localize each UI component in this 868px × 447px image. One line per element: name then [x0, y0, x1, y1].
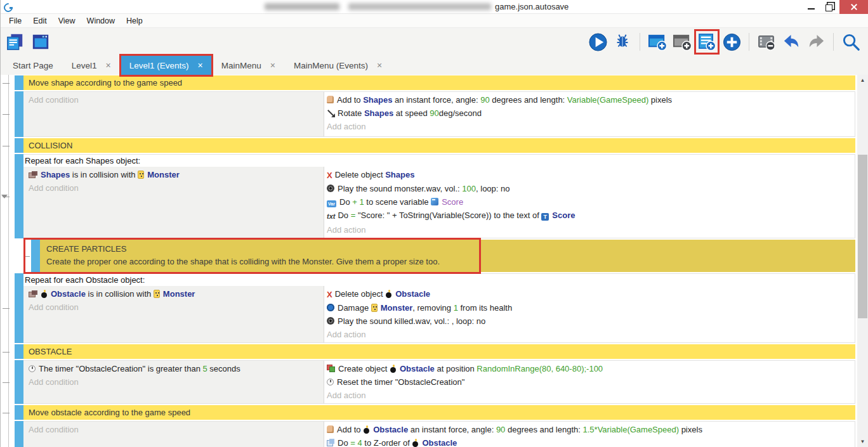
variable-icon [327, 200, 336, 207]
action-line[interactable]: Do = "Score: " + ToString(Variable(Score… [327, 209, 851, 223]
add-placeholder[interactable]: Add condition [29, 302, 79, 312]
monster-icon [371, 304, 378, 312]
undo-icon[interactable] [780, 31, 802, 53]
close-button[interactable] [839, 0, 868, 14]
text: Delete object [335, 170, 386, 179]
window-controls [801, 0, 868, 14]
text: Delete object [335, 289, 386, 299]
actions-column: Delete object ShapesPlay the sound monst… [324, 167, 855, 238]
action-line[interactable]: Add to Shapes an instant force, angle: 9… [327, 93, 851, 107]
value-text: 100 [462, 184, 476, 193]
debug-icon[interactable] [612, 31, 633, 53]
event-bar [15, 154, 23, 238]
tab-close-icon[interactable]: × [377, 60, 382, 70]
action-line[interactable]: Reset the timer "ObstacleCreation" [327, 375, 851, 389]
add-external-events-icon[interactable] [721, 31, 742, 53]
object-name: Obstacle [373, 425, 408, 434]
condition-line[interactable]: Add condition [29, 93, 320, 107]
menu-file[interactable]: File [3, 15, 27, 27]
condition-line[interactable]: The timer "ObstacleCreation" is greater … [29, 362, 320, 375]
condition-line[interactable]: Add condition [29, 181, 320, 195]
action-line[interactable]: Damage Monster, removing 1 from its heal… [327, 301, 851, 314]
tab-start-page[interactable]: Start Page [4, 56, 62, 75]
menu-help[interactable]: Help [121, 15, 148, 27]
start-page-icon[interactable] [30, 31, 51, 53]
redo-icon[interactable] [805, 31, 827, 53]
group-label[interactable]: Move obstacle according to the game spee… [23, 405, 855, 420]
gdevelop-logo-icon [3, 3, 13, 13]
condition-line[interactable]: Obstacle is in collision with Monster [29, 287, 320, 301]
actions-column: Add to Shapes an instant force, angle: 9… [324, 92, 855, 136]
project-manager-icon[interactable] [4, 31, 26, 53]
add-placeholder[interactable]: Add action [327, 330, 365, 339]
for-each-header[interactable]: Repeat for each Shapes object: [23, 155, 855, 167]
condition-line[interactable]: Add condition [29, 375, 320, 389]
action-line[interactable]: Delete object Shapes [327, 168, 851, 182]
action-line[interactable]: Add action [327, 120, 851, 133]
restore-button[interactable] [820, 0, 839, 14]
text: Play the sound monster.wav, vol.: [338, 184, 462, 193]
preview-film-icon[interactable] [756, 31, 777, 53]
add-placeholder[interactable]: Add condition [29, 377, 79, 387]
for-each-header[interactable]: Repeat for each Obstacle object: [23, 274, 855, 286]
text: to scene variable [364, 197, 431, 207]
scrollbar-thumb[interactable] [858, 155, 867, 318]
tab-mainmenu-events-[interactable]: MainMenu (Events)× [286, 56, 390, 75]
value-text: 1.5*Variable(GameSpeed) [583, 425, 680, 434]
action-line[interactable]: Delete object Obstacle [327, 287, 851, 301]
obstacle-icon [41, 290, 48, 298]
value-text: 90 [496, 425, 505, 434]
action-line[interactable]: Add action [327, 389, 851, 402]
tab-close-icon[interactable]: × [198, 60, 203, 70]
menu-view[interactable]: View [53, 15, 81, 27]
add-placeholder[interactable]: Add condition [29, 425, 79, 434]
text: seconds [207, 364, 240, 373]
action-line[interactable]: Add to Obstacle an instant force, angle:… [327, 423, 851, 436]
action-line[interactable]: Play the sound killed.wav, vol.: , loop:… [327, 314, 851, 328]
action-line[interactable]: Add action [327, 223, 851, 236]
action-line[interactable]: Rotate Shapes at speed 90deg/second [327, 107, 851, 120]
toolbar-separator [749, 33, 749, 51]
add-placeholder[interactable]: Add condition [29, 183, 79, 193]
scroll-up-arrow[interactable]: ▲ [857, 75, 868, 86]
add-scene-icon[interactable] [647, 31, 668, 53]
condition-line[interactable]: Add condition [29, 423, 320, 436]
condition-line[interactable]: Shapes is in collision with Monster [29, 168, 320, 181]
menu-edit[interactable]: Edit [27, 15, 53, 27]
add-placeholder[interactable]: Add action [327, 225, 365, 235]
event-bar [15, 405, 23, 420]
add-external-layout-icon[interactable] [671, 31, 693, 53]
condition-line[interactable]: Add condition [29, 301, 320, 314]
add-placeholder[interactable]: Add condition [29, 95, 79, 105]
add-events-icon[interactable] [696, 31, 718, 53]
add-placeholder[interactable]: Add action [327, 391, 365, 400]
event-body: Add conditionAdd to Shapes an instant fo… [23, 91, 855, 137]
obstacle-icon [412, 439, 419, 447]
menu-window[interactable]: Window [81, 15, 121, 27]
tab-close-icon[interactable]: × [270, 60, 275, 70]
action-line[interactable]: Do = 4 to Z-order of Obstacle [327, 436, 851, 447]
comment-event[interactable]: CREATE PARTICLESCreate the proper one ac… [31, 240, 855, 272]
action-line[interactable]: Do + 1 to scene variable Score [327, 195, 851, 209]
group-label[interactable]: Move shape according to the game speed [23, 75, 855, 90]
action-line[interactable]: Add action [327, 328, 851, 341]
add-placeholder[interactable]: Add action [327, 122, 365, 131]
minimize-button[interactable] [801, 0, 820, 14]
tab-close-icon[interactable]: × [106, 60, 111, 70]
play-icon[interactable] [587, 31, 608, 53]
conditions-column: The timer "ObstacleCreation" is greater … [23, 361, 324, 403]
group-label[interactable]: COLLISION [23, 138, 855, 153]
toolbar [1, 28, 868, 56]
scroll-down-arrow[interactable]: ▼ [857, 436, 868, 447]
tab-label: Start Page [13, 61, 53, 70]
menu-bar: FileEditViewWindowHelp [1, 14, 868, 28]
tab-level1[interactable]: Level1× [63, 56, 119, 75]
search-icon[interactable] [840, 31, 862, 53]
tab-mainmenu[interactable]: MainMenu× [213, 56, 284, 75]
group-label[interactable]: OBSTACLE [23, 344, 855, 359]
tab-level1-events-[interactable]: Level1 (Events)× [121, 56, 211, 75]
action-line[interactable]: Create object Obstacle at position Rando… [327, 362, 851, 375]
action-line[interactable]: Play the sound monster.wav, vol.: 100, l… [327, 182, 851, 195]
comment-body[interactable]: CREATE PARTICLESCreate the proper one ac… [40, 240, 855, 272]
expander-triangle-icon[interactable] [1, 195, 8, 198]
